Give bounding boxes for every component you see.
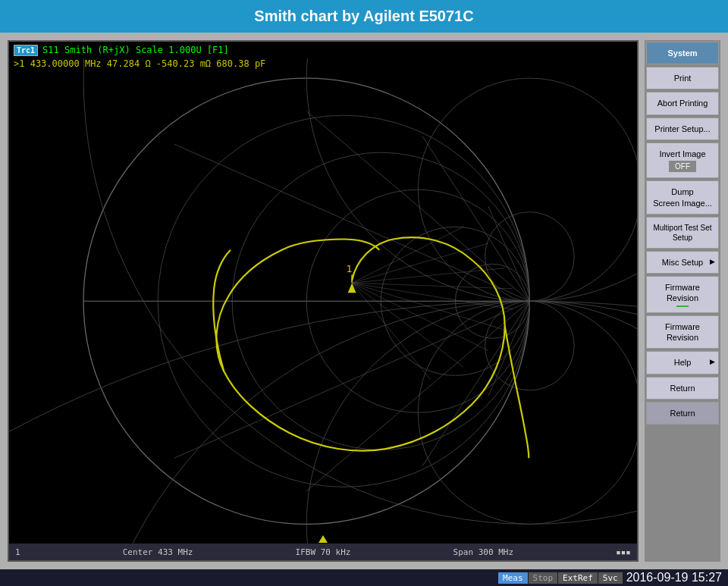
sidebar-btn-multiport[interactable]: Multiport Test Set Setup	[646, 217, 719, 249]
sidebar-btn-abort-printing[interactable]: Abort Printing	[646, 92, 719, 114]
chart-header: Trc1 S11 Smith (R+jX) Scale 1.000U [F1]	[14, 45, 229, 56]
status-datetime: 2016-09-19 15:27	[623, 570, 725, 585]
title-bar: Smith chart by Agilent E5071C	[0, 0, 728, 33]
svg-text:1: 1	[347, 263, 353, 274]
chart-container: Trc1 S11 Smith (R+jX) Scale 1.000U [F1] …	[8, 40, 639, 562]
marker-1: 1	[347, 263, 356, 293]
frequency-marker	[318, 535, 328, 543]
svg-line-38	[352, 283, 431, 379]
sidebar-btn-firmware[interactable]: Firmware Revision	[646, 315, 719, 349]
svg-line-37	[352, 283, 463, 367]
sidebar-btn-print[interactable]: Print	[646, 67, 719, 89]
sidebar-btn-return[interactable]: Return	[646, 402, 719, 425]
footer-center: Center 433 MHz	[123, 547, 193, 557]
main-area: Trc1 S11 Smith (R+jX) Scale 1.000U [F1] …	[0, 33, 728, 569]
sidebar-btn-dump-screen[interactable]: Dump Screen Image...	[646, 180, 719, 215]
sidebar: System Print Abort Printing Printer Setu…	[645, 40, 720, 562]
svg-point-13	[83, 58, 637, 524]
trc-badge: Trc1	[14, 45, 38, 56]
sidebar-btn-backlight[interactable]: Firmware Revision	[646, 276, 719, 313]
footer-ifbw: IFBW 70 kHz	[296, 547, 351, 557]
footer-channel: 1	[15, 547, 20, 557]
svg-line-36	[352, 283, 488, 350]
svg-point-15	[306, 58, 637, 301]
smith-chart-svg: 1	[9, 58, 637, 560]
footer-span: Span 300 MHz	[453, 547, 513, 557]
smith-trace	[216, 237, 504, 450]
sidebar-btn-service-menu[interactable]: Help	[646, 351, 719, 374]
sidebar-btn-help[interactable]: Return	[646, 377, 719, 400]
sidebar-btn-misc-setup[interactable]: Misc Setup	[646, 251, 719, 274]
status-svc-button[interactable]: Svc	[598, 572, 623, 584]
svg-line-30	[352, 227, 463, 283]
svg-point-7	[9, 301, 637, 560]
svg-line-33	[352, 283, 513, 289]
svg-point-12	[9, 58, 637, 560]
status-stop-button[interactable]: Stop	[529, 572, 558, 584]
svg-line-21	[306, 111, 529, 301]
sidebar-btn-system[interactable]: System	[646, 42, 719, 64]
bottom-status-bar: Meas Stop ExtRef Svc 2016-09-19 15:27	[0, 569, 728, 586]
svg-line-32	[352, 268, 505, 283]
status-extref-button[interactable]: ExtRef	[558, 572, 598, 584]
status-meas-button[interactable]: Meas	[498, 572, 528, 584]
page-title: Smith chart by Agilent E5071C	[254, 8, 473, 25]
footer-markers: ▪▪▪	[616, 547, 631, 557]
chart-footer: 1 Center 433 MHz IFBW 70 kHz Span 300 MH…	[9, 544, 637, 560]
svg-line-22	[306, 301, 529, 491]
svg-point-9	[306, 301, 637, 560]
chart-info: S11 Smith (R+jX) Scale 1.000U [F1]	[42, 45, 229, 55]
sidebar-btn-invert-image[interactable]: Invert Image OFF	[646, 143, 719, 178]
sidebar-btn-printer-setup[interactable]: Printer Setup...	[646, 118, 719, 140]
